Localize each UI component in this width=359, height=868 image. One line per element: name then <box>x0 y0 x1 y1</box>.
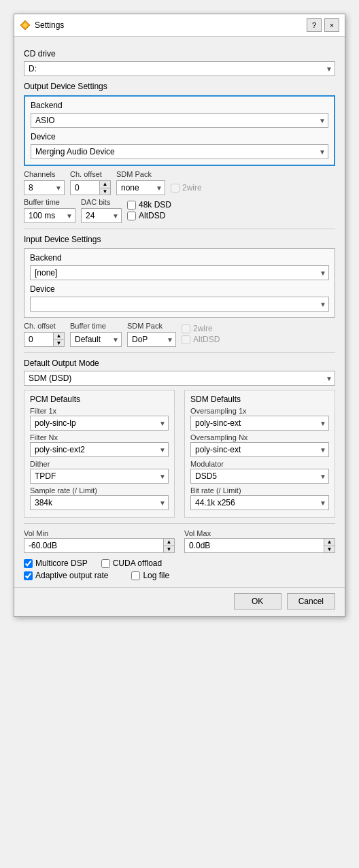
default-output-mode-select[interactable]: SDM (DSD) PCM <box>24 371 335 386</box>
sdm-bit-rate-select[interactable]: 44.1k x25644.1k x51248k x256 <box>190 495 329 510</box>
divider-2 <box>24 352 335 353</box>
cuda-offload-checkbox[interactable] <box>101 559 110 568</box>
input-sdm-pack-select[interactable]: noneDoPNative <box>127 332 176 347</box>
sdm-oversampling-1x-field: Oversampling 1x poly-sinc-lppoly-sinc-ex… <box>190 407 329 431</box>
vol-max-label: Vol Max <box>184 529 335 537</box>
input-backend-label: Backend <box>30 253 329 263</box>
output-ch-offset-spinner: ▲ ▼ <box>70 180 111 195</box>
output-channels-row: Channels 246816 ▼ Ch. offset ▲ ▼ <box>24 170 335 195</box>
vol-min-field: Vol Min ▲ ▼ <box>24 529 175 553</box>
output-48k-dsd-checkbox[interactable] <box>127 201 136 210</box>
sdm-oversampling-nx-label: Oversampling Nx <box>190 433 329 441</box>
input-ch-offset-up-btn[interactable]: ▲ <box>53 333 64 340</box>
output-buffer-time-select[interactable]: 50 ms100 ms200 ms500 ms <box>24 208 75 223</box>
vol-min-down-btn[interactable]: ▼ <box>163 546 174 553</box>
input-device-select[interactable] <box>30 297 329 312</box>
bottom-buttons: OK Cancel <box>14 587 345 616</box>
pcm-sample-rate-select[interactable]: 44.1k48k96k192k384k768k <box>30 495 169 510</box>
sdm-modulator-field: Modulator DSD5DSD7ASDM5 ▼ <box>190 460 329 484</box>
output-ch-offset-spinner-btns: ▲ ▼ <box>99 181 110 195</box>
pcm-filter-1x-select[interactable]: poly-sinc-lppoly-sinc-extpoly-sinc-ext2 <box>30 416 169 431</box>
input-alt-dsd-label[interactable]: AltDSD <box>182 335 220 344</box>
sdm-oversampling-1x-select[interactable]: poly-sinc-lppoly-sinc-extpoly-sinc-ext2 <box>190 416 329 431</box>
input-sdm-pack-col: SDM Pack noneDoPNative ▼ <box>127 322 176 347</box>
input-backend-select[interactable]: [none]ASIOWASAPI <box>30 265 329 280</box>
pcm-filter-nx-select[interactable]: poly-sinc-lppoly-sinc-extpoly-sinc-ext2 <box>30 442 169 457</box>
input-ch-offset-label: Ch. offset <box>24 322 65 330</box>
sdm-oversampling-nx-select-wrapper: poly-sinc-lppoly-sinc-extpoly-sinc-ext2 … <box>190 442 329 457</box>
input-buffer-time-select[interactable]: Default50 ms100 ms <box>70 332 122 347</box>
cancel-button[interactable]: Cancel <box>287 593 335 610</box>
output-twowire-checkbox[interactable] <box>171 184 180 193</box>
output-alt-dsd-checkbox[interactable] <box>127 212 136 220</box>
sdm-oversampling-nx-select[interactable]: poly-sinc-lppoly-sinc-extpoly-sinc-ext2 <box>190 442 329 457</box>
input-ch-offset-spinner-btns: ▲ ▼ <box>53 333 64 346</box>
vol-max-up-btn[interactable]: ▲ <box>324 539 335 546</box>
pcm-dither-select[interactable]: NoneTPDFNS <box>30 469 169 484</box>
output-buffer-row: Buffer time 50 ms100 ms200 ms500 ms ▼ DA… <box>24 198 335 223</box>
close-button[interactable]: × <box>324 18 339 32</box>
title-bar: Settings ? × <box>14 14 345 37</box>
output-device-select-wrapper: Merging Audio Device ▼ <box>31 144 328 159</box>
sdm-modulator-label: Modulator <box>190 460 329 468</box>
main-content: CD drive D: ▼ Output Device Settings Bac… <box>14 37 345 587</box>
divider-1 <box>24 229 335 229</box>
input-device-label: Device <box>30 284 329 294</box>
cd-drive-select[interactable]: D: <box>24 61 335 76</box>
input-ch-offset-col: Ch. offset ▲ ▼ <box>24 322 65 347</box>
log-file-label[interactable]: Log file <box>131 571 169 580</box>
title-bar-left: Settings <box>20 20 64 31</box>
output-sdm-pack-select[interactable]: noneDoPNative <box>116 180 165 195</box>
output-ch-offset-up-btn[interactable]: ▲ <box>99 181 110 188</box>
vol-max-down-btn[interactable]: ▼ <box>324 546 335 553</box>
input-twowire-label[interactable]: 2wire <box>182 324 220 333</box>
input-device-settings-section: Input Device Settings Backend [none]ASIO… <box>24 235 335 347</box>
output-backend-select[interactable]: ASIO WASAPI DirectSound <box>31 113 328 128</box>
output-twowire-label[interactable]: 2wire <box>171 183 202 193</box>
adaptive-output-rate-label[interactable]: Adaptive output rate <box>24 571 108 580</box>
output-ch-offset-down-btn[interactable]: ▼ <box>99 188 110 195</box>
output-device-select[interactable]: Merging Audio Device <box>31 144 328 159</box>
output-dac-bits-select[interactable]: 162432 <box>81 208 122 223</box>
output-sdm-pack-label: SDM Pack <box>116 170 165 178</box>
vol-min-input[interactable] <box>24 538 175 553</box>
vol-max-input[interactable] <box>184 538 335 553</box>
cd-drive-label: CD drive <box>24 49 335 59</box>
input-sdm-pack-select-wrapper: noneDoPNative ▼ <box>127 332 176 347</box>
vol-min-input-wrap: ▲ ▼ <box>24 538 175 553</box>
input-dsd-options: 2wire AltDSD <box>182 324 220 344</box>
input-device-group: Backend [none]ASIOWASAPI ▼ Device ▼ <box>24 248 335 318</box>
input-alt-dsd-checkbox[interactable] <box>182 335 190 344</box>
pcm-dither-label: Dither <box>30 460 169 468</box>
input-sdm-pack-label: SDM Pack <box>127 322 176 330</box>
pcm-sample-rate-field: Sample rate (/ Limit) 44.1k48k96k192k384… <box>30 486 169 510</box>
vol-min-up-btn[interactable]: ▲ <box>163 539 174 546</box>
input-ch-offset-down-btn[interactable]: ▼ <box>53 340 64 347</box>
ok-button[interactable]: OK <box>234 593 281 610</box>
vol-max-spinner-btns: ▲ ▼ <box>324 539 335 552</box>
cuda-offload-label[interactable]: CUDA offload <box>101 558 163 568</box>
adaptive-output-rate-checkbox[interactable] <box>24 571 33 580</box>
output-channels-select[interactable]: 246816 <box>24 180 65 195</box>
pcm-filter-1x-select-wrapper: poly-sinc-lppoly-sinc-extpoly-sinc-ext2 … <box>30 416 169 431</box>
sdm-modulator-select[interactable]: DSD5DSD7ASDM5 <box>190 469 329 484</box>
output-buffer-time-label: Buffer time <box>24 198 75 206</box>
help-button[interactable]: ? <box>307 18 322 32</box>
input-device-select-wrapper: ▼ <box>30 297 329 312</box>
output-channels-col: Channels 246816 ▼ <box>24 170 65 195</box>
pcm-sample-rate-label: Sample rate (/ Limit) <box>30 486 169 495</box>
sdm-oversampling-1x-label: Oversampling 1x <box>190 407 329 415</box>
pcm-filter-nx-label: Filter Nx <box>30 433 169 441</box>
checkboxes-row-2: Adaptive output rate Log file <box>24 571 335 580</box>
multicore-dsp-label[interactable]: Multicore DSP <box>24 558 88 568</box>
pcm-defaults-title: PCM Defaults <box>30 395 169 404</box>
output-alt-dsd-label[interactable]: AltDSD <box>127 211 171 220</box>
input-ch-offset-spinner: ▲ ▼ <box>24 332 65 347</box>
pcm-filter-nx-select-wrapper: poly-sinc-lppoly-sinc-extpoly-sinc-ext2 … <box>30 442 169 457</box>
output-48k-dsd-label[interactable]: 48k DSD <box>127 200 171 210</box>
input-twowire-checkbox[interactable] <box>182 324 190 333</box>
output-sdm-pack-col: SDM Pack noneDoPNative ▼ <box>116 170 165 195</box>
default-output-mode-label: Default Output Mode <box>24 358 335 368</box>
multicore-dsp-checkbox[interactable] <box>24 559 33 568</box>
log-file-checkbox[interactable] <box>131 571 140 580</box>
